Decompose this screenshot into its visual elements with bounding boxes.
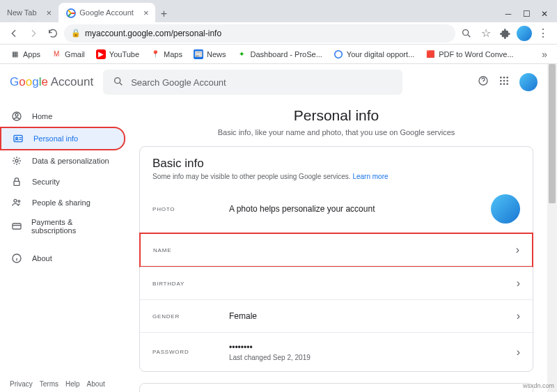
bookmark-apps[interactable]: ▦Apps [6,47,45,61]
footer-privacy[interactable]: Privacy [10,380,33,388]
svg-point-2 [335,50,343,58]
bookmark-youtube[interactable]: ▶YouTube [92,47,143,61]
bookmark-gmail[interactable]: MGmail [47,47,89,61]
card-icon [11,221,23,232]
close-window-icon[interactable]: ✕ [540,10,549,18]
profile-avatar-icon[interactable] [517,26,532,41]
page-content: Google Account Search Google Account Hom… [0,64,547,392]
row-password[interactable]: PASSWORD ••••••••Last changed Sep 2, 201… [140,332,533,371]
profile-photo-avatar[interactable] [491,194,520,224]
footer-help[interactable]: Help [65,380,80,388]
footer-terms[interactable]: Terms [40,380,58,388]
bookmark-maps[interactable]: 📍Maps [146,47,187,61]
tab-label: New Tab [7,8,37,17]
row-photo[interactable]: PHOTO A photo helps personalize your acc… [140,185,533,233]
user-circle-icon [11,111,24,122]
google-icon [334,49,343,59]
bookmark-dashboard[interactable]: ✦Dashboard - ProSe... [233,47,326,61]
svg-point-9 [503,80,505,82]
people-icon [11,197,24,208]
account-avatar[interactable] [519,73,538,91]
address-bar[interactable]: 🔒 myaccount.google.com/personal-info [64,24,455,42]
google-account-logo[interactable]: Google Account [10,75,93,89]
row-name[interactable]: NAME › [139,233,533,267]
sidebar-nav: Home Personal info Data & personalizatio… [0,100,125,392]
bookmarks-overflow-icon[interactable]: » [538,49,551,60]
bookmark-pdf[interactable]: 🟥PDF to Word Conve... [421,47,517,61]
menu-icon[interactable]: ⋮ [535,25,551,42]
google-favicon-icon [65,8,75,17]
sidebar-item-personal-info[interactable]: Personal info [0,127,125,150]
tab-google-account[interactable]: Google Account × [58,3,155,22]
bookmark-digital[interactable]: Your digital opport... [329,47,418,61]
window-controls: ─ ☐ ✕ [496,10,557,22]
help-icon[interactable] [478,75,489,89]
svg-point-15 [15,113,18,116]
vertical-scrollbar[interactable] [547,64,557,392]
chevron-right-icon: › [517,277,520,290]
basic-info-card: Basic info Some info may be visible to o… [139,146,533,372]
footer-links: Privacy Terms Help About [10,380,105,388]
apps-grid-icon[interactable] [499,75,510,89]
learn-more-link[interactable]: Learn more [352,173,388,180]
bookmark-news[interactable]: 📰News [189,47,230,61]
close-icon[interactable]: × [47,8,52,18]
tab-new-tab[interactable]: New Tab × [0,3,58,22]
maximize-icon[interactable]: ☐ [522,10,531,18]
page-subtitle: Basic info, like your name and photo, th… [139,128,533,136]
extensions-icon[interactable] [497,25,514,42]
data-icon [11,155,24,166]
svg-point-11 [500,83,502,85]
svg-point-18 [15,159,18,162]
svg-point-8 [500,80,502,82]
chevron-right-icon: › [517,346,520,359]
close-icon[interactable]: × [143,8,149,18]
sidebar-item-security[interactable]: Security [0,171,125,192]
card-subtitle: Some info may be visible to other people… [152,173,520,180]
dashboard-icon: ✦ [237,49,246,59]
news-icon: 📰 [194,49,203,59]
footer-about[interactable]: About [87,380,105,388]
info-icon [11,253,24,264]
svg-point-7 [506,77,508,79]
search-input[interactable]: Search Google Account [103,70,402,95]
pdf-icon: 🟥 [425,49,435,59]
minimize-icon[interactable]: ─ [504,10,512,18]
row-birthday[interactable]: BIRTHDAY › [140,267,533,299]
svg-rect-19 [14,181,19,185]
sidebar-item-home[interactable]: Home [0,106,125,127]
lock-icon [11,176,24,187]
tab-label: Google Account [79,8,134,17]
zoom-icon[interactable] [458,25,475,42]
svg-point-20 [14,199,17,202]
bookmark-star-icon[interactable]: ☆ [478,25,494,42]
sidebar-item-about[interactable]: About [0,248,125,269]
lock-icon: 🔒 [71,29,81,38]
card-title: Basic info [152,157,520,171]
maps-pin-icon: 📍 [150,49,160,59]
apps-grid-icon: ▦ [10,49,19,59]
app-header: Google Account Search Google Account [0,64,547,100]
scrollbar-thumb[interactable] [549,64,556,203]
svg-point-17 [16,137,18,139]
sidebar-item-people[interactable]: People & sharing [0,192,125,213]
main-body: Personal info Basic info, like your name… [125,100,547,392]
row-gender[interactable]: GENDER Female › [140,299,533,332]
new-tab-button[interactable]: + [155,6,172,22]
svg-rect-16 [14,135,22,141]
tab-strip: New Tab × Google Account × + [0,3,496,22]
svg-point-1 [463,29,469,35]
window-titlebar: New Tab × Google Account × + ─ ☐ ✕ [0,0,557,22]
sidebar-item-data[interactable]: Data & personalization [0,150,125,171]
chevron-right-icon: › [517,310,520,322]
bookmarks-bar: ▦Apps MGmail ▶YouTube 📍Maps 📰News ✦Dashb… [0,45,557,64]
svg-point-5 [500,77,502,79]
search-placeholder: Search Google Account [131,77,226,88]
search-icon [113,76,124,89]
chevron-right-icon: › [516,244,519,256]
reload-button[interactable] [45,25,61,42]
back-button[interactable] [6,25,22,42]
forward-button[interactable] [25,25,42,42]
contact-info-card: Contact info EMAIL › PHONE › [139,383,533,392]
sidebar-item-payments[interactable]: Payments & subscriptions [0,213,125,240]
